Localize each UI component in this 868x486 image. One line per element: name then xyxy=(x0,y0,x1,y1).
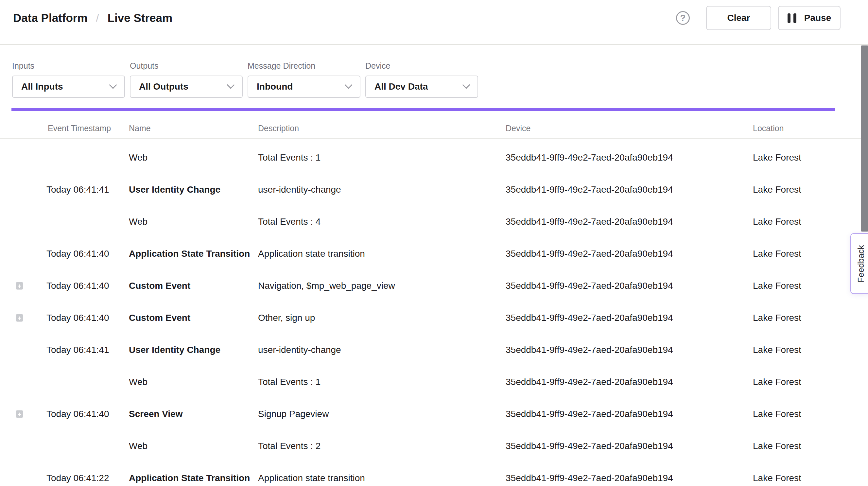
accent-divider xyxy=(11,108,835,111)
cell-location: Lake Forest xyxy=(753,248,801,259)
cell-name: Web xyxy=(129,152,148,163)
breadcrumb-live-stream[interactable]: Live Stream xyxy=(107,11,173,25)
cell-device: 35eddb41-9ff9-49e2-7aed-20afa90eb194 xyxy=(506,345,673,355)
expand-row-button[interactable]: + xyxy=(16,314,23,322)
filter: Message Direction Inbound xyxy=(248,61,361,98)
filters-row: Inputs All Inputs Outputs All Outputs Me… xyxy=(0,45,868,98)
cell-location: Lake Forest xyxy=(753,184,801,195)
table-row: Web Total Events : 2 35eddb41-9ff9-49e2-… xyxy=(0,430,868,462)
cell-device: 35eddb41-9ff9-49e2-7aed-20afa90eb194 xyxy=(506,216,673,227)
cell-description: Total Events : 4 xyxy=(258,216,320,227)
cell-device: 35eddb41-9ff9-49e2-7aed-20afa90eb194 xyxy=(506,248,673,259)
filters-section: Inputs All Inputs Outputs All Outputs Me… xyxy=(0,45,868,98)
cell-device: 35eddb41-9ff9-49e2-7aed-20afa90eb194 xyxy=(506,313,673,323)
cell-name: User Identity Change xyxy=(129,184,220,195)
filter-dropdown-value: All Outputs xyxy=(139,82,188,92)
cell-event-timestamp: Today 06:41:41 xyxy=(46,184,109,195)
table-body: Web Total Events : 1 35eddb41-9ff9-49e2-… xyxy=(0,139,868,486)
pause-button[interactable]: Pause xyxy=(778,6,840,30)
table-row: Today 06:41:40 Application State Transit… xyxy=(0,238,868,270)
header-actions: ? Clear Pause xyxy=(676,6,840,30)
cell-name: Custom Event xyxy=(129,281,190,291)
table-row: Web Total Events : 1 35eddb41-9ff9-49e2-… xyxy=(0,366,868,398)
cell-location: Lake Forest xyxy=(753,152,801,163)
cell-description: Navigation, $mp_web_page_view xyxy=(258,281,395,291)
cell-description: Application state transition xyxy=(258,473,365,483)
vertical-scrollbar-thumb[interactable] xyxy=(861,45,868,232)
table-row: Today 06:41:41 User Identity Change user… xyxy=(0,174,868,206)
filter: Device All Dev Data xyxy=(365,61,478,98)
cell-name: Screen View xyxy=(129,409,183,419)
chevron-down-icon xyxy=(462,81,470,89)
app-header: Data Platform / Live Stream ? Clear Paus… xyxy=(0,0,868,45)
filter-label: Inputs xyxy=(12,61,125,71)
cell-location: Lake Forest xyxy=(753,377,801,387)
cell-name: Web xyxy=(129,377,148,387)
cell-location: Lake Forest xyxy=(753,313,801,323)
cell-event-timestamp: Today 06:41:41 xyxy=(46,345,109,355)
cell-name: Web xyxy=(129,441,148,451)
filter-dropdown-value: All Inputs xyxy=(21,82,63,92)
cell-description: Application state transition xyxy=(258,248,365,259)
cell-name: Application State Transition xyxy=(129,248,250,259)
expand-row-button[interactable]: + xyxy=(16,282,23,290)
cell-event-timestamp: Today 06:41:22 xyxy=(46,473,109,483)
cell-location: Lake Forest xyxy=(753,409,801,419)
filter-dropdown[interactable]: All Outputs xyxy=(130,75,243,98)
filter: Inputs All Inputs xyxy=(12,61,125,98)
cell-event-timestamp: Today 06:41:40 xyxy=(46,248,109,259)
cell-device: 35eddb41-9ff9-49e2-7aed-20afa90eb194 xyxy=(506,377,673,387)
cell-device: 35eddb41-9ff9-49e2-7aed-20afa90eb194 xyxy=(506,473,673,483)
help-icon[interactable]: ? xyxy=(676,11,690,25)
filter-label: Device xyxy=(365,61,478,71)
table-row: Web Total Events : 1 35eddb41-9ff9-49e2-… xyxy=(0,142,868,174)
live-stream-table: Event Timestamp Name Description Device … xyxy=(0,111,868,486)
filter-dropdown-value: Inbound xyxy=(257,82,293,92)
breadcrumb-separator: / xyxy=(96,12,99,24)
cell-device: 35eddb41-9ff9-49e2-7aed-20afa90eb194 xyxy=(506,409,673,419)
filter: Outputs All Outputs xyxy=(130,61,243,98)
column-header: Event Timestamp xyxy=(48,124,111,133)
pause-icon xyxy=(787,13,796,23)
table-header-row: Event Timestamp Name Description Device … xyxy=(0,111,868,139)
cell-name: Custom Event xyxy=(129,313,190,323)
column-header: Name xyxy=(129,124,151,133)
table-row: + Today 06:41:40 Custom Event Navigation… xyxy=(0,270,868,302)
cell-location: Lake Forest xyxy=(753,281,801,291)
cell-device: 35eddb41-9ff9-49e2-7aed-20afa90eb194 xyxy=(506,281,673,291)
breadcrumb: Data Platform / Live Stream xyxy=(13,11,173,25)
breadcrumb-data-platform[interactable]: Data Platform xyxy=(13,11,88,25)
table-row: Web Total Events : 4 35eddb41-9ff9-49e2-… xyxy=(0,206,868,238)
expand-row-button[interactable]: + xyxy=(16,411,23,418)
cell-description: user-identity-change xyxy=(258,184,341,195)
filter-dropdown-value: All Dev Data xyxy=(374,82,428,92)
cell-location: Lake Forest xyxy=(753,345,801,355)
cell-device: 35eddb41-9ff9-49e2-7aed-20afa90eb194 xyxy=(506,152,673,163)
pause-button-label: Pause xyxy=(804,13,831,23)
cell-location: Lake Forest xyxy=(753,441,801,451)
filter-dropdown[interactable]: All Dev Data xyxy=(365,75,478,98)
chevron-down-icon xyxy=(109,81,117,89)
feedback-tab-label: Feedback xyxy=(856,245,866,282)
filter-dropdown[interactable]: Inbound xyxy=(248,75,361,98)
cell-name: User Identity Change xyxy=(129,345,220,355)
column-header: Location xyxy=(753,124,784,133)
cell-location: Lake Forest xyxy=(753,216,801,227)
cell-description: Signup Pageview xyxy=(258,409,329,419)
filter-label: Message Direction xyxy=(248,61,361,71)
table-row: + Today 06:41:40 Custom Event Other, sig… xyxy=(0,302,868,334)
table-row: + Today 06:41:40 Screen View Signup Page… xyxy=(0,398,868,430)
table-row: Today 06:41:22 Application State Transit… xyxy=(0,462,868,486)
cell-event-timestamp: Today 06:41:40 xyxy=(46,281,109,291)
feedback-tab[interactable]: Feedback xyxy=(850,233,868,294)
cell-name: Application State Transition xyxy=(129,473,250,483)
filter-dropdown[interactable]: All Inputs xyxy=(12,75,125,98)
cell-event-timestamp: Today 06:41:40 xyxy=(46,409,109,419)
table-row: Today 06:41:41 User Identity Change user… xyxy=(0,334,868,366)
column-header: Description xyxy=(258,124,299,133)
cell-description: user-identity-change xyxy=(258,345,341,355)
cell-device: 35eddb41-9ff9-49e2-7aed-20afa90eb194 xyxy=(506,441,673,451)
chevron-down-icon xyxy=(344,81,352,89)
column-header: Device xyxy=(506,124,530,133)
clear-button[interactable]: Clear xyxy=(706,6,771,30)
